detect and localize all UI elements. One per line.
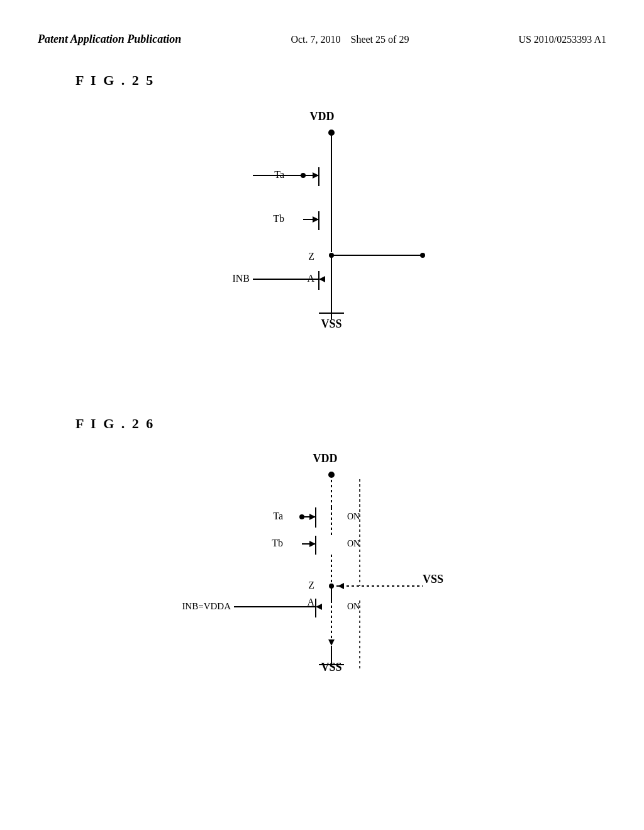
fig26-inb-label: INB=VDDA <box>182 601 231 611</box>
header: Patent Application Publication Oct. 7, 2… <box>0 0 644 60</box>
header-date-sheet: Oct. 7, 2010 Sheet 25 of 29 <box>291 31 409 45</box>
fig25-z-label: Z <box>308 251 314 262</box>
fig25-ta-label: Ta <box>274 169 284 180</box>
fig26-diagram: VDD Ta ON Tb <box>38 445 606 746</box>
fig25-tb-arrow <box>313 216 319 223</box>
fig25-vdd-label: VDD <box>310 110 335 123</box>
fig26-down-arrow <box>328 639 335 646</box>
fig26-svg: VDD Ta ON Tb <box>146 445 498 746</box>
publication-title: Patent Application Publication <box>38 31 181 47</box>
figure-25-section: F I G . 2 5 VDD T <box>0 60 644 378</box>
fig26-vss-top-label: VSS <box>423 573 443 585</box>
fig25-svg: VDD Ta <box>158 101 486 365</box>
fig25-ta-arrow <box>313 172 319 179</box>
fig26-label: F I G . 2 6 <box>75 416 606 432</box>
fig26-vss-arrow <box>338 583 344 589</box>
fig25-diagram: VDD Ta <box>38 101 606 365</box>
fig26-on-a-label: ON <box>347 602 360 611</box>
fig26-tb-label: Tb <box>272 538 283 548</box>
fig26-vdd-label: VDD <box>313 452 338 465</box>
publication-date: Oct. 7, 2010 <box>291 34 340 45</box>
fig26-a-arrow <box>316 604 322 610</box>
fig26-ta-gate-dot <box>299 514 304 519</box>
fig26-a-label: A <box>307 597 314 607</box>
fig25-z-right-dot <box>420 253 425 258</box>
fig26-on-ta-label: ON <box>347 512 360 521</box>
figure-26-section: F I G . 2 6 VDD Ta ON <box>0 403 644 759</box>
fig25-inb-label: INB <box>232 273 250 284</box>
fig25-label: F I G . 2 5 <box>75 72 606 89</box>
patent-number: US 2010/0253393 A1 <box>518 31 606 45</box>
page: Patent Application Publication Oct. 7, 2… <box>0 0 644 830</box>
fig25-a-arrow <box>319 276 325 282</box>
fig26-ta-arrow <box>309 514 316 520</box>
fig26-tb-arrow <box>309 541 316 547</box>
fig26-on-tb-label: ON <box>347 539 360 548</box>
fig25-a-label: A <box>307 273 314 284</box>
fig25-tb-label: Tb <box>273 213 284 224</box>
sheet-info: Sheet 25 of 29 <box>351 34 409 45</box>
fig26-ta-label: Ta <box>273 511 283 521</box>
fig26-z-label: Z <box>308 580 314 590</box>
